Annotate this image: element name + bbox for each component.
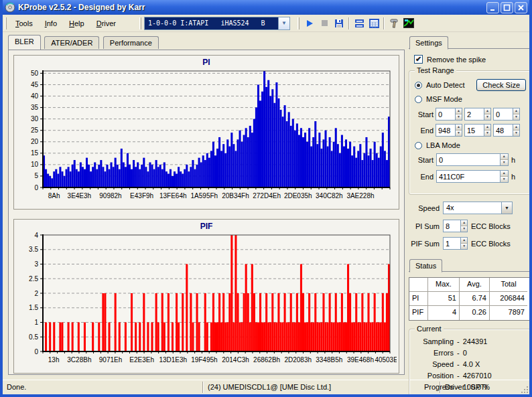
- view-summary-button[interactable]: [352, 16, 367, 31]
- spinner-arrows-icon[interactable]: ▲▼: [513, 124, 520, 137]
- status-table-header-total: Total: [490, 278, 527, 292]
- pif-sum-input[interactable]: [443, 237, 461, 250]
- pi-chart-box: PI 051015202530354045508Ah3E4E3h90982hE4…: [13, 55, 399, 210]
- save-button[interactable]: [332, 16, 346, 31]
- status-tabstrip: Status: [409, 259, 531, 272]
- current-errors-label: Errors: [413, 349, 454, 357]
- svg-text:13D1E3h: 13D1E3h: [159, 356, 187, 364]
- spinner-arrows-icon[interactable]: ▲▼: [456, 124, 462, 137]
- current-sampling-row: Sampling - 244391: [413, 337, 526, 345]
- start-scan-button[interactable]: [302, 16, 317, 31]
- menu-tools[interactable]: Tools: [9, 17, 39, 29]
- toolbar-grip[interactable]: [139, 17, 141, 29]
- svg-text:E2E3Eh: E2E3Eh: [129, 356, 154, 364]
- status-row-pif-total: 7897: [490, 306, 527, 320]
- pif-chart: 00.511.522.533.5413h3C28Bh9071EhE2E3Eh13…: [15, 231, 397, 372]
- msf-end-min-input[interactable]: [436, 124, 456, 137]
- lba-start-input[interactable]: [436, 153, 501, 166]
- chevron-down-icon[interactable]: ▼: [278, 17, 289, 29]
- test-range-group: Test Range Auto Detect Check Size MSF Mo…: [409, 70, 531, 195]
- menu-help[interactable]: Help: [63, 17, 90, 29]
- svg-text:25: 25: [31, 127, 39, 134]
- speed-select-value: 4x: [444, 202, 501, 214]
- current-sampling-label: Sampling: [413, 337, 454, 345]
- toolbar-separator: [383, 17, 385, 29]
- status-table: Max. Avg. Total PI 51 6.74 206844 PIF 4 …: [409, 277, 531, 321]
- lba-end-input[interactable]: [436, 170, 501, 183]
- stop-scan-button[interactable]: [317, 16, 332, 31]
- spinner-arrows-icon[interactable]: ▲▼: [456, 108, 462, 121]
- toolbar-grip[interactable]: [297, 17, 300, 29]
- svg-text:9071Eh: 9071Eh: [99, 356, 122, 364]
- status-row-pi-avg: 6.74: [460, 292, 490, 306]
- maximize-icon: [503, 4, 511, 11]
- msf-mode-label: MSF Mode: [426, 95, 462, 103]
- pif-sum-label: PIF Sum: [409, 240, 440, 248]
- auto-detect-radio[interactable]: [415, 82, 422, 89]
- msf-start-sec-input[interactable]: [464, 108, 484, 121]
- lba-start-label: Start: [413, 156, 434, 164]
- tab-ater-ader[interactable]: ATER/ADER: [44, 36, 99, 49]
- tools-button[interactable]: [387, 16, 401, 31]
- minimize-icon: [489, 4, 496, 11]
- pi-sum-input[interactable]: [443, 220, 461, 232]
- chevron-down-icon[interactable]: ▼: [501, 202, 512, 214]
- play-icon: [306, 19, 314, 27]
- tab-bler[interactable]: BLER: [8, 35, 41, 50]
- check-size-button[interactable]: Check Size: [476, 79, 526, 91]
- main-tabstrip: BLER ATER/ADER Performance: [8, 35, 159, 50]
- menu-info[interactable]: Info: [39, 17, 63, 29]
- menu-driver[interactable]: Driver: [90, 17, 122, 29]
- msf-start-min-input[interactable]: [436, 108, 456, 121]
- spinner-arrows-icon[interactable]: ▲▼: [501, 153, 509, 166]
- status-row-pi-max: 51: [428, 292, 460, 306]
- toolbar-grip[interactable]: [5, 17, 7, 29]
- pif-chart-title: PIF: [15, 220, 398, 231]
- svg-text:2D2083h: 2D2083h: [284, 356, 312, 364]
- minimize-button[interactable]: [486, 2, 499, 13]
- svg-text:3.5: 3.5: [29, 246, 38, 253]
- svg-text:19F495h: 19F495h: [191, 356, 217, 364]
- status-row-pif-avg: 0.26: [460, 306, 490, 320]
- lba-mode-radio[interactable]: [415, 142, 422, 149]
- msf-mode-radio[interactable]: [415, 96, 422, 103]
- drive-select[interactable]: 1-0-0-0 I:ATAPI iHAS524 B AL2A ▼: [144, 17, 290, 30]
- close-icon: [517, 4, 525, 11]
- status-row-pi-name: PI: [409, 292, 428, 306]
- current-group: Current Sampling - 244391 Errors - 0 Spe…: [409, 329, 531, 397]
- msf-end-frame-input[interactable]: [493, 124, 513, 137]
- toolbar-separator: [348, 17, 350, 29]
- spinner-arrows-icon[interactable]: ▲▼: [484, 124, 491, 137]
- spinner-arrows-icon[interactable]: ▲▼: [513, 108, 520, 121]
- close-button[interactable]: [515, 2, 527, 13]
- settings-panel: Settings ✔ Remove the spike Test Range A…: [409, 36, 531, 397]
- current-progress-value: 100.0 %: [463, 383, 490, 391]
- lba-mode-label: LBA Mode: [426, 141, 460, 149]
- svg-text:35: 35: [31, 104, 39, 111]
- window-title: KProbe v2.5.2 - Designed by Karr: [18, 3, 485, 12]
- tab-status[interactable]: Status: [409, 259, 442, 272]
- maximize-button[interactable]: [501, 2, 513, 13]
- tab-performance[interactable]: Performance: [103, 36, 159, 49]
- separator: -: [454, 360, 463, 368]
- about-button[interactable]: [401, 16, 416, 31]
- tab-settings[interactable]: Settings: [409, 36, 448, 50]
- current-errors-value: 0: [463, 349, 467, 357]
- spinner-arrows-icon[interactable]: ▲▼: [461, 220, 468, 232]
- svg-text:15: 15: [31, 149, 39, 157]
- current-speed-row: Speed - 4.0 X: [413, 360, 526, 368]
- spinner-arrows-icon[interactable]: ▲▼: [484, 108, 491, 121]
- pif-sum-units: ECC Blocks: [471, 240, 511, 248]
- msf-end-sec-input[interactable]: [464, 124, 484, 137]
- spinner-arrows-icon[interactable]: ▲▼: [501, 170, 509, 183]
- view-grid-button[interactable]: [367, 16, 381, 31]
- remove-spike-checkbox[interactable]: ✔: [414, 55, 423, 64]
- svg-text:0.5: 0.5: [29, 333, 38, 341]
- separator: -: [454, 383, 463, 391]
- spinner-arrows-icon[interactable]: ▲▼: [461, 237, 468, 250]
- speed-select[interactable]: 4x ▼: [443, 202, 513, 214]
- status-row-pif-name: PIF: [409, 306, 428, 320]
- msf-start-frame-input[interactable]: [493, 108, 513, 121]
- title-bar[interactable]: KProbe v2.5.2 - Designed by Karr: [3, 0, 529, 15]
- svg-text:10: 10: [31, 161, 39, 168]
